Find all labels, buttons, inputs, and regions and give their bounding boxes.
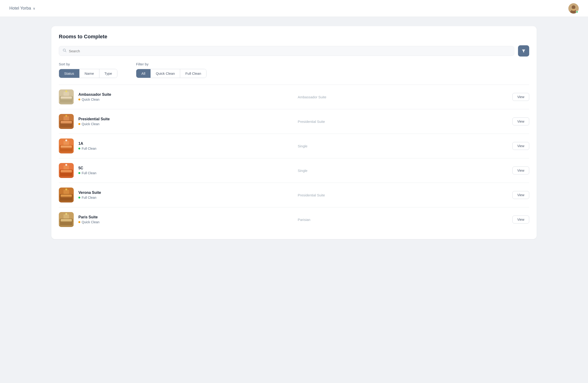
filter-all-button[interactable]: All (136, 69, 151, 78)
room-type: Parisian (293, 218, 508, 222)
status-dot (78, 221, 80, 223)
svg-rect-35 (59, 172, 73, 173)
online-status-dot (576, 11, 578, 13)
room-row: Presidential Suite Quick Clean President… (59, 109, 529, 134)
hotel-name-selector[interactable]: Hotel Yorba ∨ (9, 6, 35, 11)
room-name: 1A (78, 141, 288, 146)
view-button[interactable]: View (512, 93, 529, 101)
status-dot (78, 148, 80, 149)
view-button[interactable]: View (512, 216, 529, 224)
svg-rect-44 (63, 190, 69, 194)
room-status: Full Clean (78, 147, 288, 150)
room-thumbnail (59, 187, 74, 203)
svg-rect-11 (59, 98, 73, 99)
svg-rect-26 (61, 149, 71, 151)
rooms-card: Rooms to Complete Sort by (51, 26, 537, 239)
header: Hotel Yorba ∨ (0, 0, 588, 17)
svg-point-29 (65, 139, 67, 141)
svg-point-21 (65, 115, 67, 117)
room-type: Single (293, 169, 508, 173)
sort-type-button[interactable]: Type (99, 69, 117, 78)
view-button[interactable]: View (512, 117, 529, 125)
search-icon (63, 48, 66, 53)
room-info: 5C Full Clean (78, 166, 288, 175)
view-button[interactable]: View (512, 191, 529, 199)
svg-rect-22 (59, 127, 74, 129)
filter-full-clean-button[interactable]: Full Clean (180, 69, 206, 78)
filter-icon (522, 49, 526, 53)
user-avatar-wrapper[interactable] (568, 3, 579, 14)
status-dot (78, 99, 80, 100)
search-input[interactable] (69, 49, 510, 53)
svg-rect-20 (63, 116, 69, 120)
svg-rect-36 (63, 165, 69, 170)
room-thumbnail (59, 212, 74, 227)
svg-rect-54 (59, 225, 74, 227)
svg-rect-10 (61, 100, 71, 102)
filter-group: Filter by All Quick Clean Full Clean (136, 62, 207, 78)
room-row: 1A Full Clean Single View (59, 134, 529, 158)
hotel-name-text: Hotel Yorba (9, 6, 31, 11)
room-row: Ambassador Suite Quick Clean Ambassador … (59, 85, 529, 109)
status-label: Quick Clean (82, 98, 99, 101)
room-status: Quick Clean (78, 220, 288, 224)
status-dot (78, 197, 80, 199)
sort-label: Sort by (59, 62, 117, 66)
svg-rect-14 (59, 102, 74, 104)
room-status: Full Clean (78, 196, 288, 200)
svg-marker-6 (522, 49, 525, 53)
status-label: Quick Clean (82, 220, 99, 224)
svg-rect-43 (59, 196, 73, 197)
room-info: Verona Suite Full Clean (78, 191, 288, 200)
svg-point-13 (65, 90, 67, 92)
room-status: Quick Clean (78, 98, 288, 101)
room-type: Presidential Suite (293, 120, 508, 124)
svg-rect-42 (61, 198, 71, 200)
controls-row: Sort by Status Name Type Filter by All Q… (59, 62, 529, 78)
room-info: Paris Suite Quick Clean (78, 215, 288, 224)
svg-rect-28 (63, 141, 69, 145)
sort-name-button[interactable]: Name (80, 69, 99, 78)
search-filter-row (59, 45, 529, 57)
filter-label: Filter by (136, 62, 207, 66)
svg-rect-12 (63, 92, 69, 96)
svg-rect-27 (59, 147, 73, 148)
room-type: Ambassador Suite (293, 95, 508, 99)
svg-rect-46 (59, 200, 74, 203)
svg-rect-51 (59, 221, 73, 222)
main-content: Rooms to Complete Sort by (0, 17, 588, 248)
status-label: Quick Clean (82, 122, 99, 126)
view-button[interactable]: View (512, 166, 529, 175)
room-status: Full Clean (78, 171, 288, 175)
search-box (59, 46, 514, 56)
room-status: Quick Clean (78, 122, 288, 126)
sort-status-button[interactable]: Status (59, 69, 80, 78)
status-label: Full Clean (82, 147, 96, 150)
room-name: Presidential Suite (78, 117, 288, 121)
svg-rect-18 (61, 124, 71, 126)
room-info: 1A Full Clean (78, 141, 288, 150)
svg-rect-52 (63, 214, 69, 219)
view-button[interactable]: View (512, 142, 529, 150)
svg-rect-38 (59, 176, 74, 178)
svg-point-45 (65, 188, 67, 190)
svg-rect-19 (59, 123, 73, 124)
status-dot (78, 172, 80, 174)
filter-button[interactable] (518, 45, 529, 57)
filter-quick-clean-button[interactable]: Quick Clean (151, 69, 180, 78)
svg-line-5 (65, 51, 66, 52)
room-type: Presidential Suite (293, 193, 508, 197)
room-thumbnail (59, 163, 74, 178)
room-name: Verona Suite (78, 191, 288, 195)
svg-point-37 (65, 164, 67, 166)
sort-btn-group: Status Name Type (59, 69, 117, 78)
room-thumbnail (59, 138, 74, 154)
svg-point-1 (572, 5, 575, 9)
sort-group: Sort by Status Name Type (59, 62, 117, 78)
room-row: 5C Full Clean Single View (59, 158, 529, 183)
status-label: Full Clean (82, 196, 96, 200)
page-title: Rooms to Complete (59, 34, 529, 40)
svg-rect-34 (61, 173, 71, 175)
room-row: Paris Suite Quick Clean Parisian View (59, 207, 529, 232)
room-list: Ambassador Suite Quick Clean Ambassador … (59, 85, 529, 232)
